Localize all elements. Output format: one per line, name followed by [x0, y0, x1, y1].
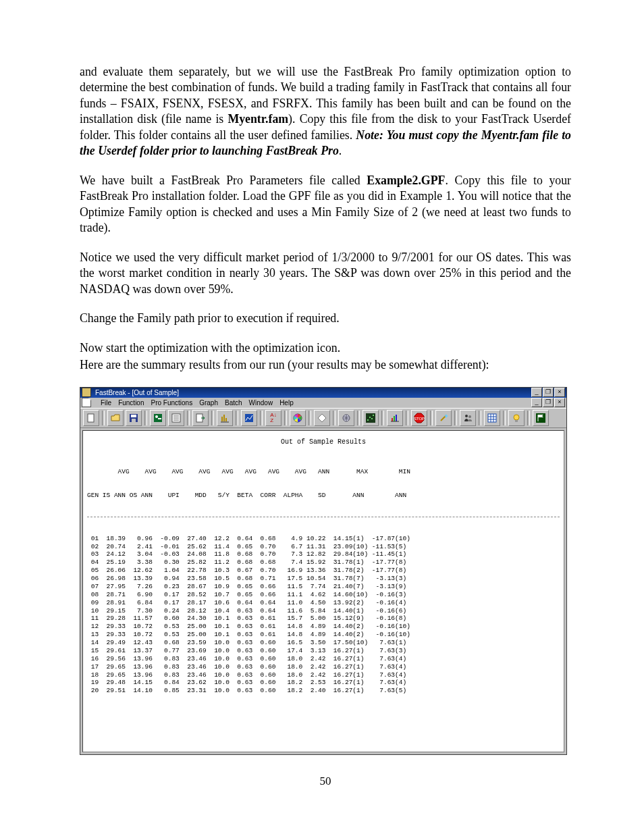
- optimize-icon[interactable]: [217, 410, 233, 426]
- table-row: 06 26.98 13.39 0.94 23.58 10.5 0.68 0.71…: [87, 575, 560, 583]
- table-row: 07 27.95 7.26 0.23 28.67 10.9 0.65 0.66 …: [87, 583, 560, 591]
- table-row: 17 29.65 13.96 0.83 23.46 10.0 0.63 0.60…: [87, 663, 560, 671]
- diamond-icon[interactable]: [314, 410, 330, 426]
- menu-file[interactable]: File: [101, 398, 111, 407]
- table-row: 20 29.51 14.10 0.85 23.31 10.0 0.63 0.60…: [87, 687, 560, 695]
- save-icon[interactable]: [126, 410, 142, 426]
- grid-icon[interactable]: [484, 410, 500, 426]
- paragraph-3: Notice we used the very difficult market…: [80, 250, 571, 297]
- svg-point-18: [371, 418, 373, 419]
- tools-icon[interactable]: [150, 410, 166, 426]
- table-row: 14 29.49 12.43 0.68 23.59 10.0 0.63 0.60…: [87, 639, 560, 647]
- menu-graph[interactable]: Graph: [199, 398, 218, 407]
- menu-bar: File Function Pro Functions Graph Batch …: [80, 398, 566, 408]
- svg-rect-21: [394, 416, 395, 421]
- title-bar[interactable]: FastBreak - [Out of Sample] _ ❐ ×: [80, 388, 566, 398]
- folder-open-icon[interactable]: [107, 410, 124, 426]
- paragraph-2: We have built a FastBreak Pro Parameters…: [80, 173, 571, 236]
- table-row: 03 24.12 3.04 -0.03 24.08 11.8 0.68 0.70…: [87, 550, 560, 558]
- scatter-icon[interactable]: [363, 410, 379, 426]
- results-pane: Out of Sample Results AVG AVG AVG AVG AV…: [82, 430, 564, 752]
- page-number: 50: [80, 774, 571, 789]
- paragraph-4: Change the Family path prior to executio…: [80, 311, 571, 326]
- color-wheel-icon[interactable]: [290, 410, 306, 426]
- table-row: 09 28.91 6.84 0.17 28.17 10.6 0.64 0.64 …: [87, 599, 560, 607]
- table-row: 13 29.33 10.72 0.53 25.00 10.1 0.63 0.61…: [87, 631, 560, 639]
- maximize-button[interactable]: ❐: [543, 388, 554, 397]
- table-divider: [87, 517, 560, 517]
- sort-az-icon[interactable]: A↓Z: [265, 410, 281, 426]
- table-row: 11 29.28 11.57 0.60 24.30 10.1 0.63 0.61…: [87, 615, 560, 623]
- close-button[interactable]: ×: [554, 388, 565, 397]
- svg-rect-0: [88, 414, 94, 422]
- results-caption: Out of Sample Results: [87, 438, 560, 446]
- svg-text:STOP: STOP: [414, 417, 425, 421]
- table-header-1: AVG AVG AVG AVG AVG AVG AVG AVG ANN MAX …: [87, 468, 560, 476]
- svg-rect-29: [488, 414, 496, 422]
- svg-rect-15: [366, 413, 375, 423]
- globe-gear-icon[interactable]: [338, 410, 354, 426]
- app-icon: [82, 388, 91, 397]
- table-header-2: GEN IS ANN OS ANN UPI MDD S/Y BETA CORR …: [87, 492, 560, 500]
- doc-blank-icon[interactable]: [83, 410, 99, 426]
- table-row: 10 29.15 7.30 0.24 28.12 10.4 0.63 0.64 …: [87, 607, 560, 615]
- paragraph-1: and evaluate them separately, but we wil…: [80, 64, 571, 159]
- menu-function[interactable]: Function: [118, 398, 144, 407]
- menu-pro-functions[interactable]: Pro Functions: [151, 398, 192, 407]
- mdi-close-button[interactable]: ×: [554, 398, 565, 407]
- results-table: AVG AVG AVG AVG AVG AVG AVG AVG ANN MAX …: [87, 452, 560, 711]
- menu-window[interactable]: Window: [249, 398, 273, 407]
- svg-rect-2: [131, 415, 136, 417]
- table-row: 16 29.56 13.96 0.83 23.46 10.0 0.63 0.60…: [87, 655, 560, 663]
- table-row: 04 25.19 3.38 0.30 25.82 11.2 0.68 0.68 …: [87, 558, 560, 567]
- lightbulb-icon[interactable]: [508, 410, 525, 426]
- mdi-minimize-button[interactable]: _: [531, 398, 542, 407]
- chart-blue-icon[interactable]: [241, 410, 257, 426]
- svg-rect-31: [515, 420, 518, 422]
- svg-rect-3: [132, 419, 136, 422]
- table-row: 08 28.71 6.90 0.17 28.52 10.7 0.65 0.66 …: [87, 591, 560, 599]
- table-row: 02 20.74 2.41 -0.01 25.62 11.4 0.65 0.70…: [87, 543, 560, 551]
- export-icon[interactable]: [192, 410, 209, 426]
- wand-icon[interactable]: [435, 410, 452, 426]
- menu-help[interactable]: Help: [279, 398, 294, 407]
- mdi-doc-icon[interactable]: [82, 398, 91, 407]
- menu-batch[interactable]: Batch: [225, 398, 242, 407]
- table-row: 19 29.48 14.15 0.84 23.62 10.0 0.63 0.60…: [87, 679, 560, 687]
- svg-point-16: [367, 419, 369, 421]
- stop-icon[interactable]: STOP: [411, 410, 427, 426]
- table-row: 05 26.06 12.62 1.04 22.78 10.3 0.67 0.70…: [87, 567, 560, 575]
- paragraph-5: Now start the optimization with the opti…: [80, 340, 571, 356]
- minimize-button[interactable]: _: [531, 388, 542, 397]
- svg-point-28: [468, 415, 471, 418]
- toolbar: A↓Z STOP: [80, 408, 566, 428]
- svg-rect-12: [245, 414, 253, 422]
- svg-point-19: [373, 415, 374, 416]
- mdi-maximize-button[interactable]: ❐: [543, 398, 554, 407]
- svg-point-30: [514, 415, 519, 420]
- forms-icon[interactable]: [168, 410, 184, 426]
- bar-chart-icon[interactable]: [387, 410, 403, 426]
- svg-point-5: [155, 415, 158, 418]
- paragraph-6: Here are the summary results from our ru…: [80, 357, 571, 373]
- table-row: 15 29.61 13.37 0.77 23.69 10.0 0.63 0.60…: [87, 647, 560, 655]
- table-row: 12 29.33 10.72 0.53 25.00 10.1 0.63 0.61…: [87, 623, 560, 631]
- fastbreak-window: FastBreak - [Out of Sample] _ ❐ × File F…: [80, 387, 567, 755]
- table-row: 18 29.65 13.96 0.83 23.46 10.0 0.63 0.60…: [87, 671, 560, 679]
- svg-rect-6: [158, 418, 161, 419]
- people-icon[interactable]: [460, 410, 476, 426]
- table-row: 01 18.39 0.96 -0.09 27.40 12.2 0.64 0.68…: [87, 535, 560, 543]
- svg-rect-20: [392, 418, 393, 421]
- svg-point-17: [369, 417, 371, 418]
- flag-icon[interactable]: [533, 410, 549, 426]
- svg-point-27: [465, 415, 468, 417]
- svg-rect-22: [396, 415, 397, 421]
- window-title: FastBreak - [Out of Sample]: [92, 388, 531, 397]
